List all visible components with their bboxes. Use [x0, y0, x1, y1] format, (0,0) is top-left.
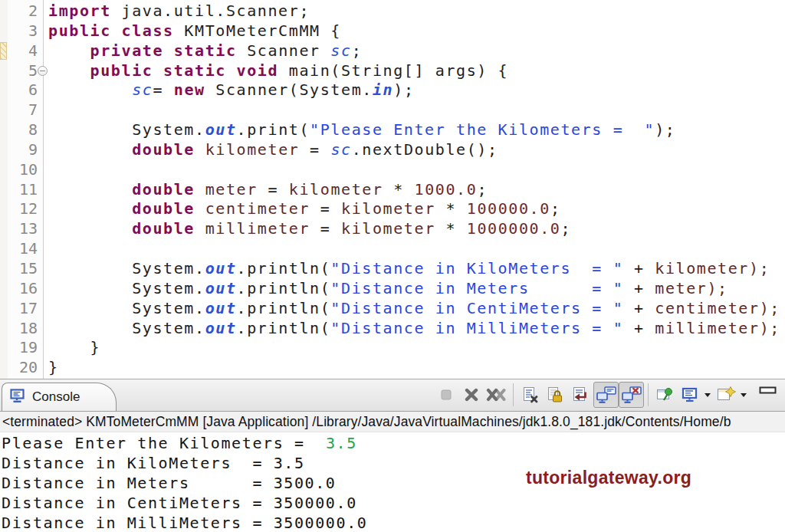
code-line: sc= new Scanner(System.in);	[48, 80, 785, 100]
terminate-button	[433, 382, 458, 408]
code-line: }	[48, 338, 785, 358]
watermark-text: tutorialgateway.org	[526, 468, 691, 488]
console-output-line: Please Enter the Kilometers = 3.5	[2, 434, 785, 454]
clear-console-icon	[521, 386, 540, 404]
line-number: 11	[8, 180, 43, 200]
annotation-ruler	[0, 0, 8, 379]
show-stderr-button[interactable]	[619, 382, 644, 408]
code-line: }	[48, 358, 785, 378]
clear-console-button[interactable]	[517, 382, 543, 408]
line-number: 4	[8, 41, 43, 61]
code-line	[48, 160, 785, 180]
pin-console-icon	[655, 386, 675, 404]
show-stdout-button[interactable]	[593, 382, 619, 408]
word-wrap-button[interactable]	[568, 382, 593, 408]
tab-console-label: Console	[32, 389, 80, 405]
display-console-icon	[682, 387, 699, 403]
code-line	[48, 239, 785, 259]
line-number: 7	[8, 100, 43, 120]
word-wrap-icon	[571, 386, 590, 404]
console-output-line: Distance in CentiMeters = 350000.0	[2, 494, 785, 514]
toolbar-separator	[648, 383, 649, 406]
line-number: 12	[8, 199, 43, 219]
console-icon	[10, 389, 26, 406]
line-number: 19	[8, 338, 43, 358]
code-area[interactable]: import java.util.Scanner;public class KM…	[44, 0, 785, 379]
show-stdout-icon	[596, 386, 617, 405]
tab-console[interactable]: Console	[2, 383, 117, 411]
pin-console-button[interactable]	[652, 382, 678, 408]
fold-collapse-icon[interactable]	[38, 66, 48, 76]
line-number: 17	[8, 299, 43, 319]
toolbar-separator	[513, 383, 514, 406]
show-stderr-icon	[621, 386, 642, 405]
console-status-line: <terminated> KMToMeterCmMM [Java Applica…	[0, 412, 785, 432]
line-number: 2	[8, 2, 43, 21]
line-number-gutter: 234567891011121314151617181920	[8, 0, 44, 379]
code-line	[48, 100, 785, 120]
line-number: 13	[8, 219, 43, 239]
display-console-button[interactable]	[678, 382, 703, 408]
code-line: double centimeter = kilometer * 100000.0…	[48, 199, 785, 219]
java-code-editor: 234567891011121314151617181920 import ja…	[0, 0, 785, 379]
eclipse-window: 234567891011121314151617181920 import ja…	[0, 0, 785, 532]
line-number: 9	[8, 140, 43, 160]
line-number: 10	[8, 160, 43, 180]
code-line: System.out.println("Distance in MilliMet…	[48, 319, 785, 339]
line-number: 14	[8, 239, 43, 259]
terminate-icon	[438, 386, 455, 403]
line-number: 16	[8, 279, 43, 299]
task-annotation-marker	[0, 42, 7, 60]
code-line: public static void main(String[] args) {	[48, 61, 785, 81]
remove-all-terminated-icon	[485, 386, 507, 403]
code-line: double millimeter = kilometer * 1000000.…	[48, 219, 785, 239]
scroll-lock-button[interactable]	[543, 382, 568, 408]
code-line: System.out.println("Distance in Meters =…	[48, 279, 785, 299]
remove-launch-button[interactable]	[458, 382, 484, 408]
console-toolbar	[433, 382, 750, 408]
line-number: 3	[8, 21, 43, 41]
scroll-lock-icon	[546, 386, 565, 404]
dropdown-arrow-icon[interactable]	[741, 393, 747, 397]
minimize-icon	[759, 383, 777, 398]
console-output-line: Distance in MilliMeters = 3500000.0	[2, 514, 785, 532]
code-line: private static Scanner sc;	[48, 41, 785, 61]
code-line: public class KMToMeterCmMM {	[48, 21, 785, 41]
line-number: 18	[8, 319, 43, 339]
line-number: 8	[8, 120, 43, 140]
remove-all-terminated-button[interactable]	[484, 382, 509, 408]
open-console-icon	[716, 386, 737, 404]
minimize-button[interactable]	[758, 386, 778, 396]
code-line: double kilometer = sc.nextDouble();	[48, 140, 785, 160]
remove-launch-icon	[463, 386, 480, 403]
dropdown-arrow-icon[interactable]	[705, 393, 711, 397]
code-line: double meter = kilometer * 1000.0;	[48, 180, 785, 200]
open-console-button[interactable]	[714, 382, 739, 408]
code-line: System.out.print("Please Enter the Kilom…	[48, 120, 785, 140]
line-number: 6	[8, 80, 43, 100]
code-line: import java.util.Scanner;	[48, 2, 785, 21]
console-view-tabbar: Console	[0, 379, 785, 412]
line-number: 20	[8, 358, 43, 378]
line-number: 15	[8, 259, 43, 279]
code-line: System.out.println("Distance in KiloMete…	[48, 259, 785, 279]
code-line: System.out.println("Distance in CentiMet…	[48, 299, 785, 319]
